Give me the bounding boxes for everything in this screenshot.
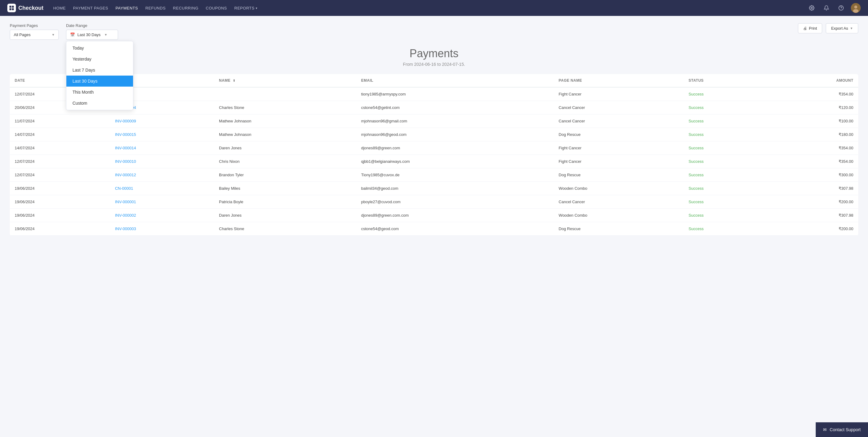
svg-point-4 [811,7,813,9]
cell-payment[interactable]: INV-000014 [110,141,214,155]
svg-rect-2 [9,8,11,10]
cell-name: Bailey Miles [214,182,356,195]
cell-date: 14/07/2024 [10,141,110,155]
date-range-select[interactable]: 📅 Last 30 Days ▼ [66,30,118,40]
cell-amount: ₹354.00 [768,87,858,101]
cell-date: 12/07/2024 [10,168,110,182]
dropdown-thismonth[interactable]: This Month [66,87,133,98]
cell-amount: ₹180.00 [768,128,858,141]
nav-home[interactable]: HOME [53,5,66,11]
calendar-icon: 📅 [70,32,75,37]
cell-email: Tiony1985@cuvox.de [356,168,554,182]
cell-payment[interactable]: INV-000002 [110,209,214,222]
cell-name: Brandon Tyler [214,168,356,182]
cell-page-name: Wooden Combo [554,209,684,222]
table-row: 12/07/2024 INV-000010 Chris Nixon qjbb1@… [10,155,858,168]
date-range-chevron-icon: ▼ [104,33,107,36]
col-page-name: PAGE NAME [554,74,684,87]
export-button[interactable]: Export As ▼ [826,23,858,33]
cell-status: Success [684,101,767,114]
cell-page-name: Cancel Cancer [554,114,684,128]
dropdown-last30[interactable]: Last 30 Days [66,76,133,87]
cell-amount: ₹100.00 [768,114,858,128]
contact-support-icon: ✉ [823,427,827,432]
cell-name: Chris Nixon [214,155,356,168]
cell-status: Success [684,141,767,155]
table-row: 19/06/2024 CN-00001 Bailey Miles bailmil… [10,182,858,195]
brand: Checkout [7,4,43,12]
print-button[interactable]: 🖨 Print [798,23,823,33]
cell-email: mjohnason96@gmail.com [356,114,554,128]
payment-pages-filter: Payment Pages All Pages ▼ [10,23,59,40]
table-row: 19/06/2024 INV-000001 Patricia Boyle pbo… [10,195,858,209]
table-row: 11/07/2024 INV-000009 Mathew Johnason mj… [10,114,858,128]
cell-email: cstone54@geod.com [356,222,554,236]
table-row: 14/07/2024 INV-000014 Daren Jones djones… [10,141,858,155]
cell-amount: ₹200.00 [768,222,858,236]
cell-status: Success [684,182,767,195]
settings-icon[interactable] [807,3,817,13]
export-label: Export As [831,26,848,31]
print-icon: 🖨 [803,26,807,31]
svg-rect-3 [12,8,14,10]
payment-pages-select[interactable]: All Pages ▼ [10,30,59,40]
avatar[interactable] [851,3,861,13]
contact-support-button[interactable]: ✉ Contact Support [816,422,868,437]
dropdown-custom[interactable]: Custom [66,98,133,109]
page-title: Payments [10,47,858,60]
cell-page-name: Fight Cancer [554,87,684,101]
help-icon[interactable] [836,3,846,13]
cell-email: pboyle27@cuvod.com [356,195,554,209]
col-amount: AMOUNT [768,74,858,87]
cell-payment[interactable]: INV-000010 [110,155,214,168]
cell-email: tiony1985@armyspy.com [356,87,554,101]
svg-rect-0 [9,6,11,8]
cell-payment[interactable]: INV-000009 [110,114,214,128]
cell-payment[interactable]: INV-000012 [110,168,214,182]
dropdown-today[interactable]: Today [66,42,133,54]
cell-date: 19/06/2024 [10,182,110,195]
date-range-value: Last 30 Days [78,32,101,37]
payments-table: DATE PAYMENT NAME ⬆ EMAIL PAGE NAME STAT… [10,74,858,236]
nav-payments[interactable]: PAYMENTS [116,5,138,11]
cell-date: 19/06/2024 [10,209,110,222]
cell-date: 19/06/2024 [10,195,110,209]
cell-payment[interactable]: CN-00001 [110,182,214,195]
nav-recurring[interactable]: RECURRING [173,5,198,11]
cell-name [214,87,356,101]
col-email: EMAIL [356,74,554,87]
print-label: Print [809,26,817,31]
payment-pages-value: All Pages [14,32,31,37]
svg-point-8 [854,5,857,8]
main-content: Payment Pages All Pages ▼ Date Range 📅 L… [0,16,868,437]
dropdown-last7[interactable]: Last 7 Days [66,64,133,76]
date-range-dropdown-menu: Today Yesterday Last 7 Days Last 30 Days… [66,41,133,110]
cell-payment[interactable]: INV-000003 [110,222,214,236]
nav-reports[interactable]: REPORTS ▾ [234,5,257,11]
cell-status: Success [684,87,767,101]
table-row: 19/06/2024 INV-000002 Daren Jones djones… [10,209,858,222]
page-header: Payments From 2024-06-16 to 2024-07-15. [10,47,858,67]
dropdown-yesterday[interactable]: Yesterday [66,54,133,64]
nav-payment-pages[interactable]: PAYMENT PAGES [73,5,108,11]
cell-page-name: Dog Rescue [554,168,684,182]
cell-amount: ₹354.00 [768,155,858,168]
cell-date: 19/06/2024 [10,222,110,236]
cell-name: Daren Jones [214,209,356,222]
cell-amount: ₹307.98 [768,182,858,195]
nav-refunds[interactable]: REFUNDS [145,5,165,11]
date-range-label: Date Range [66,23,118,28]
payments-table-container: DATE PAYMENT NAME ⬆ EMAIL PAGE NAME STAT… [10,74,858,236]
cell-status: Success [684,155,767,168]
cell-name: Daren Jones [214,141,356,155]
cell-amount: ₹200.00 [768,195,858,209]
cell-page-name: Cancel Cancer [554,195,684,209]
cell-payment[interactable]: INV-000015 [110,128,214,141]
cell-status: Success [684,114,767,128]
reports-chevron-icon: ▾ [256,6,257,10]
cell-amount: ₹120.00 [768,101,858,114]
cell-name: Charles Stone [214,222,356,236]
notifications-icon[interactable] [822,3,831,13]
nav-coupons[interactable]: COUPONS [206,5,227,11]
cell-payment[interactable]: INV-000001 [110,195,214,209]
